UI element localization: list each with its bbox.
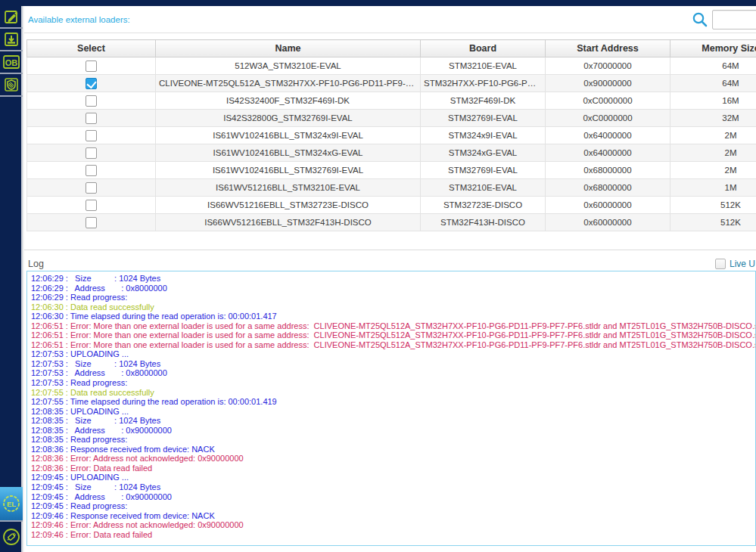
select-cell	[27, 57, 156, 75]
download-icon[interactable]	[0, 29, 23, 51]
row-checkbox-checked[interactable]	[86, 78, 97, 89]
log-line-error: 12:09:46 : Error: Address not acknowledg…	[31, 520, 755, 530]
log-line-info: 12:07:55 : Time elapsed during the read …	[31, 397, 755, 407]
svg-text:OB: OB	[5, 58, 18, 67]
memory-size-cell: 2M	[670, 127, 756, 144]
log-line-info: 12:08:35 : Size : 1024 Bytes	[31, 416, 755, 426]
select-cell	[27, 179, 156, 197]
live-update-checkbox[interactable]	[715, 259, 726, 269]
name-cell: 512W3A_STM3210E-EVAL	[156, 57, 421, 75]
select-cell	[27, 75, 156, 92]
log-line-info: 12:07:53 : Size : 1024 Bytes	[31, 359, 755, 369]
name-cell: IS66WV51216EBLL_STM32723E-DISCO	[156, 197, 421, 214]
log-output[interactable]: 12:06:29 : Size : 1024 Bytes12:06:29 : A…	[26, 271, 756, 546]
board-cell: STM32F413H-DISCO	[421, 214, 546, 231]
log-line-error: 12:08:36 : Error: Address not acknowledg…	[31, 454, 755, 464]
row-checkbox[interactable]	[86, 60, 97, 72]
table-row[interactable]: IS66WV51216EBLL_STM32F413H-DISCOSTM32F41…	[27, 214, 756, 231]
start-address-cell: 0x68000000	[546, 179, 670, 197]
connector-icon[interactable]	[0, 522, 23, 552]
select-cell	[27, 110, 156, 127]
log-line-info: 12:06:30 : Time elapsed during the read …	[31, 312, 755, 321]
name-cell: IS61WV102416BLL_STM324x9I-EVAL	[156, 127, 421, 144]
name-cell: IS61WV51216BLL_STM3210E-EVAL	[156, 179, 421, 197]
table-row[interactable]: IS61WV102416BLL_STM324xG-EVALSTM324xG-EV…	[27, 144, 756, 162]
row-checkbox[interactable]	[86, 217, 97, 228]
table-row[interactable]: IS66WV51216EBLL_STM32723E-DISCOSTM32723E…	[27, 197, 756, 214]
log-line-info: 12:09:45 : UPLOADING ...	[31, 473, 755, 482]
select-cell	[27, 162, 156, 179]
main-panel: Available external loaders: SelectNameBo…	[24, 6, 756, 552]
row-checkbox[interactable]	[86, 113, 97, 124]
log-line-info: 12:09:45 : Size : 1024 Bytes	[31, 482, 755, 492]
log-line-success: 12:06:30 : Data read successfully	[31, 302, 755, 312]
row-checkbox[interactable]	[86, 147, 97, 159]
table-row[interactable]: CLIVEONE-MT25QL512A_STM32H7XX-PF10-PG6-P…	[27, 75, 756, 92]
option-bytes-icon[interactable]: OB	[0, 51, 23, 74]
row-checkbox[interactable]	[86, 95, 97, 107]
log-line-info: 12:09:45 : Read progress:	[31, 501, 755, 511]
table-row[interactable]: IS61WV102416BLL_STM324x9I-EVALSTM324x9I-…	[27, 127, 756, 144]
log-line-error: 12:08:36 : Error: Data read failed	[31, 464, 755, 473]
start-address-cell: 0x60000000	[546, 214, 670, 231]
select-cell	[27, 214, 156, 231]
log-line-info: 12:06:29 : Address : 0x8000000	[31, 284, 755, 293]
select-cell	[27, 127, 156, 144]
log-line-success: 12:07:55 : Data read successfully	[31, 388, 755, 398]
select-cell	[27, 92, 156, 110]
edit-pencil-icon[interactable]	[0, 6, 23, 29]
search-icon[interactable]	[691, 11, 709, 29]
start-address-cell: 0x68000000	[546, 162, 670, 179]
log-line-info: 12:09:45 : Address : 0x90000000	[31, 492, 755, 502]
log-line-error: 12:09:46 : Error: Data read failed	[31, 530, 755, 540]
column-header-memory-size[interactable]: Memory Size	[670, 40, 756, 57]
sidebar: OB EL	[0, 6, 23, 552]
log-line-info: 12:07:53 : Read progress:	[31, 378, 755, 388]
memory-size-cell: 32M	[670, 110, 756, 127]
name-cell: IS61WV102416BLL_STM32769I-EVAL	[156, 162, 421, 179]
name-cell: IS61WV102416BLL_STM324xG-EVAL	[156, 144, 421, 162]
table-row[interactable]: IS61WV51216BLL_STM3210E-EVALSTM3210E-EVA…	[27, 179, 756, 197]
start-address-cell: 0x60000000	[546, 197, 670, 214]
log-line-error: 12:06:51 : Error: More than one external…	[31, 340, 755, 350]
log-line-info: 12:08:36 : Response received from device…	[31, 445, 755, 454]
board-cell: STM3210E-EVAL	[421, 57, 546, 75]
column-header-name[interactable]: Name	[156, 40, 421, 57]
select-cell	[27, 197, 156, 214]
start-address-cell: 0x90000000	[546, 75, 670, 92]
row-checkbox[interactable]	[86, 130, 97, 141]
table-row[interactable]: IS42S32400F_STM32F469I-DKSTM32F469I-DK0x…	[27, 92, 756, 110]
start-address-cell: 0x70000000	[546, 57, 670, 75]
memory-size-cell: 64M	[670, 75, 756, 92]
log-line-error: 12:06:51 : Error: More than one external…	[31, 330, 755, 340]
row-checkbox[interactable]	[86, 182, 97, 194]
live-update-label: Live U	[730, 259, 755, 269]
column-header-start-address[interactable]: Start Address	[546, 40, 670, 57]
log-title: Log	[28, 259, 44, 269]
memory-size-cell: 16M	[670, 92, 756, 110]
table-row[interactable]: 512W3A_STM3210E-EVALSTM3210E-EVAL0x70000…	[27, 57, 756, 75]
live-update-control: Live U	[715, 258, 756, 270]
select-cell	[27, 144, 156, 162]
board-cell: STM324x9I-EVAL	[421, 127, 546, 144]
log-line-info: 12:09:46 : Response received from device…	[31, 511, 755, 521]
table-row[interactable]: IS61WV102416BLL_STM32769I-EVALSTM32769I-…	[27, 162, 756, 179]
start-address-cell: 0xC0000000	[546, 92, 670, 110]
row-checkbox[interactable]	[86, 165, 97, 176]
loaders-header: Available external loaders:	[24, 6, 756, 33]
shield-icon[interactable]	[0, 74, 23, 97]
table-row[interactable]: IS42S32800G_STM32769I-EVALSTM32769I-EVAL…	[27, 110, 756, 127]
svg-text:EL: EL	[7, 500, 16, 508]
column-header-board[interactable]: Board	[421, 40, 546, 57]
external-loaders-icon[interactable]: EL	[0, 487, 23, 522]
row-checkbox[interactable]	[86, 200, 97, 211]
column-header-select[interactable]: Select	[27, 40, 156, 57]
memory-size-cell: 2M	[670, 162, 756, 179]
available-loaders-label: Available external loaders:	[28, 15, 130, 24]
search-input[interactable]	[712, 10, 756, 29]
log-line-info: 12:08:35 : Address : 0x90000000	[31, 426, 755, 436]
board-cell: STM32769I-EVAL	[421, 162, 546, 179]
memory-size-cell: 2M	[670, 144, 756, 162]
log-line-info: 12:08:35 : Read progress:	[31, 435, 755, 445]
memory-size-cell: 64M	[670, 57, 756, 75]
